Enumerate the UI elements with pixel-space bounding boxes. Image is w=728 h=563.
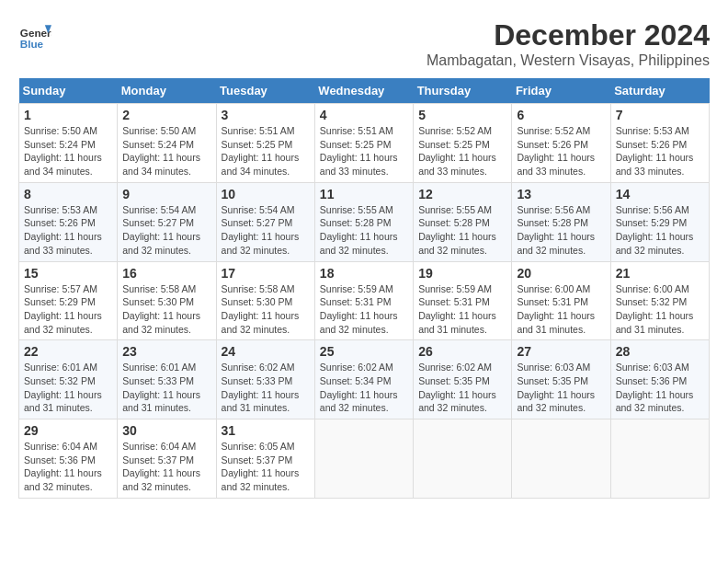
day-number: 16 [122,266,210,281]
day-info: Sunrise: 6:03 AM Sunset: 5:36 PM Dayligh… [616,361,704,415]
day-info: Sunrise: 5:59 AM Sunset: 5:31 PM Dayligh… [320,282,408,337]
day-number: 29 [24,423,112,438]
page-header: General Blue December 2024 Mambagatan, W… [18,18,710,69]
day-number: 28 [616,344,704,359]
calendar-cell [414,419,512,499]
day-info: Sunrise: 5:54 AM Sunset: 5:27 PM Dayligh… [222,203,310,258]
calendar-week-2: 8Sunrise: 5:53 AM Sunset: 5:26 PM Daylig… [19,182,710,261]
day-info: Sunrise: 5:57 AM Sunset: 5:29 PM Dayligh… [24,282,112,337]
calendar-cell [512,419,610,499]
weekday-header-thursday: Thursday [414,78,512,104]
calendar-cell: 22Sunrise: 6:01 AM Sunset: 5:32 PM Dayli… [19,340,118,419]
day-number: 9 [122,187,210,201]
day-number: 4 [320,108,408,122]
calendar-cell: 5Sunrise: 5:52 AM Sunset: 5:25 PM Daylig… [414,104,512,183]
calendar-cell: 19Sunrise: 5:59 AM Sunset: 5:31 PM Dayli… [414,261,512,340]
day-number: 6 [517,108,605,122]
weekday-header-monday: Monday [118,78,216,104]
day-number: 11 [320,187,408,201]
day-info: Sunrise: 5:59 AM Sunset: 5:31 PM Dayligh… [418,282,506,337]
day-info: Sunrise: 6:01 AM Sunset: 5:33 PM Dayligh… [122,361,210,415]
day-number: 13 [517,187,605,201]
day-info: Sunrise: 6:05 AM Sunset: 5:37 PM Dayligh… [222,440,310,494]
calendar-week-4: 22Sunrise: 6:01 AM Sunset: 5:32 PM Dayli… [19,340,710,419]
day-info: Sunrise: 5:51 AM Sunset: 5:25 PM Dayligh… [320,124,408,178]
day-info: Sunrise: 5:58 AM Sunset: 5:30 PM Dayligh… [122,282,210,337]
day-number: 14 [616,187,704,201]
day-number: 25 [320,344,408,359]
day-info: Sunrise: 5:56 AM Sunset: 5:28 PM Dayligh… [517,203,605,258]
day-info: Sunrise: 5:55 AM Sunset: 5:28 PM Dayligh… [418,203,506,258]
calendar-cell: 7Sunrise: 5:53 AM Sunset: 5:26 PM Daylig… [610,104,709,183]
calendar-cell: 12Sunrise: 5:55 AM Sunset: 5:28 PM Dayli… [414,182,512,261]
day-number: 26 [418,344,506,359]
day-number: 19 [418,266,506,281]
day-number: 31 [222,423,310,438]
day-info: Sunrise: 5:55 AM Sunset: 5:28 PM Dayligh… [320,203,408,258]
day-number: 15 [24,266,112,281]
day-info: Sunrise: 5:53 AM Sunset: 5:26 PM Dayligh… [616,124,704,178]
svg-text:Blue: Blue [20,38,44,50]
day-info: Sunrise: 6:02 AM Sunset: 5:33 PM Dayligh… [222,361,310,415]
calendar-cell: 13Sunrise: 5:56 AM Sunset: 5:28 PM Dayli… [512,182,610,261]
calendar-cell: 18Sunrise: 5:59 AM Sunset: 5:31 PM Dayli… [314,261,413,340]
day-info: Sunrise: 6:02 AM Sunset: 5:35 PM Dayligh… [418,361,506,415]
logo-icon: General Blue [18,18,51,52]
calendar-cell: 4Sunrise: 5:51 AM Sunset: 5:25 PM Daylig… [314,104,413,183]
calendar-cell: 11Sunrise: 5:55 AM Sunset: 5:28 PM Dayli… [314,182,413,261]
calendar-cell: 25Sunrise: 6:02 AM Sunset: 5:34 PM Dayli… [314,340,413,419]
calendar-header: SundayMondayTuesdayWednesdayThursdayFrid… [19,78,710,104]
calendar-cell: 1Sunrise: 5:50 AM Sunset: 5:24 PM Daylig… [19,104,118,183]
calendar-cell: 29Sunrise: 6:04 AM Sunset: 5:36 PM Dayli… [19,419,118,499]
month-title: December 2024 [427,18,710,52]
day-info: Sunrise: 5:58 AM Sunset: 5:30 PM Dayligh… [222,282,310,337]
calendar-cell: 24Sunrise: 6:02 AM Sunset: 5:33 PM Dayli… [216,340,314,419]
day-number: 10 [222,187,310,201]
calendar-cell: 27Sunrise: 6:03 AM Sunset: 5:35 PM Dayli… [512,340,610,419]
calendar-cell [610,419,709,499]
day-info: Sunrise: 5:52 AM Sunset: 5:26 PM Dayligh… [517,124,605,178]
logo: General Blue [18,18,51,52]
title-area: December 2024 Mambagatan, Western Visaya… [427,18,710,69]
day-info: Sunrise: 5:56 AM Sunset: 5:29 PM Dayligh… [616,203,704,258]
weekday-header-friday: Friday [512,78,610,104]
day-number: 18 [320,266,408,281]
day-number: 21 [616,266,704,281]
calendar-cell: 17Sunrise: 5:58 AM Sunset: 5:30 PM Dayli… [216,261,314,340]
day-info: Sunrise: 6:03 AM Sunset: 5:35 PM Dayligh… [517,361,605,415]
calendar-cell: 28Sunrise: 6:03 AM Sunset: 5:36 PM Dayli… [610,340,709,419]
day-info: Sunrise: 6:02 AM Sunset: 5:34 PM Dayligh… [320,361,408,415]
calendar-cell: 23Sunrise: 6:01 AM Sunset: 5:33 PM Dayli… [118,340,216,419]
calendar-cell: 10Sunrise: 5:54 AM Sunset: 5:27 PM Dayli… [216,182,314,261]
day-number: 23 [122,344,210,359]
day-info: Sunrise: 5:52 AM Sunset: 5:25 PM Dayligh… [418,124,506,178]
day-number: 3 [222,108,310,122]
calendar-cell: 20Sunrise: 6:00 AM Sunset: 5:31 PM Dayli… [512,261,610,340]
location-title: Mambagatan, Western Visayas, Philippines [427,52,710,69]
day-info: Sunrise: 6:04 AM Sunset: 5:37 PM Dayligh… [122,440,210,494]
calendar-cell: 21Sunrise: 6:00 AM Sunset: 5:32 PM Dayli… [610,261,709,340]
calendar-cell: 31Sunrise: 6:05 AM Sunset: 5:37 PM Dayli… [216,419,314,499]
day-info: Sunrise: 6:00 AM Sunset: 5:31 PM Dayligh… [517,282,605,337]
day-info: Sunrise: 6:01 AM Sunset: 5:32 PM Dayligh… [24,361,112,415]
day-info: Sunrise: 5:53 AM Sunset: 5:26 PM Dayligh… [24,203,112,258]
calendar-cell: 9Sunrise: 5:54 AM Sunset: 5:27 PM Daylig… [118,182,216,261]
calendar-cell: 6Sunrise: 5:52 AM Sunset: 5:26 PM Daylig… [512,104,610,183]
calendar-cell: 15Sunrise: 5:57 AM Sunset: 5:29 PM Dayli… [19,261,118,340]
day-number: 1 [24,108,112,122]
day-number: 2 [122,108,210,122]
day-info: Sunrise: 5:54 AM Sunset: 5:27 PM Dayligh… [122,203,210,258]
day-number: 12 [418,187,506,201]
calendar-cell: 14Sunrise: 5:56 AM Sunset: 5:29 PM Dayli… [610,182,709,261]
day-number: 17 [222,266,310,281]
calendar-cell: 2Sunrise: 5:50 AM Sunset: 5:24 PM Daylig… [118,104,216,183]
day-number: 22 [24,344,112,359]
calendar-cell: 16Sunrise: 5:58 AM Sunset: 5:30 PM Dayli… [118,261,216,340]
day-info: Sunrise: 6:04 AM Sunset: 5:36 PM Dayligh… [24,440,112,494]
weekday-header-wednesday: Wednesday [314,78,413,104]
day-number: 7 [616,108,704,122]
calendar-week-3: 15Sunrise: 5:57 AM Sunset: 5:29 PM Dayli… [19,261,710,340]
calendar-cell: 8Sunrise: 5:53 AM Sunset: 5:26 PM Daylig… [19,182,118,261]
weekday-header-tuesday: Tuesday [216,78,314,104]
calendar-week-5: 29Sunrise: 6:04 AM Sunset: 5:36 PM Dayli… [19,419,710,499]
